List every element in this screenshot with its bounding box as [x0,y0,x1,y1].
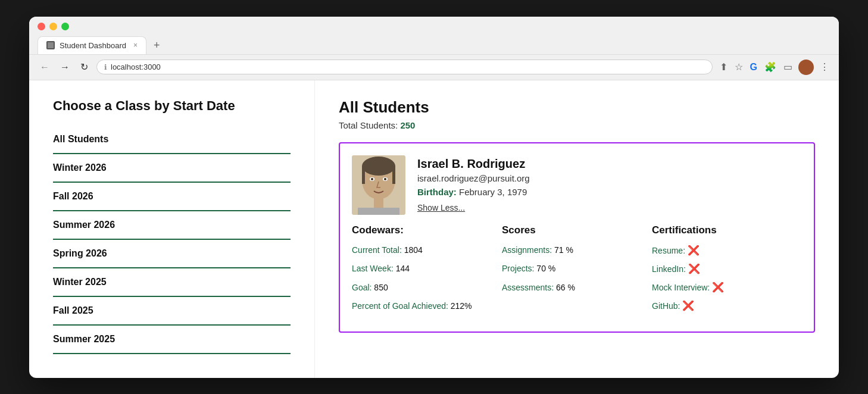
goal-row: Goal: 850 [352,282,502,294]
scores-column: Scores Assignments: 71 % Projects: 70 % … [502,224,652,320]
last-week-row: Last Week: 144 [352,263,502,275]
sidebar-item-summer-2025[interactable]: Summer 2025 [53,326,291,354]
browser-actions: ⬆ ☆ G 🧩 ▭ ⋮ [719,60,830,75]
puzzle-button[interactable]: 🧩 [763,60,778,74]
resume-cert-status: ❌ [688,245,700,255]
linkedin-cert-row: LinkedIn: ❌ [652,263,802,274]
total-students-text: Total Students: 250 [339,120,815,130]
browser-chrome: Student Dashboard × + [29,17,839,55]
sidebar-item-fall-2026[interactable]: Fall 2026 [53,183,291,211]
assessments-value: 66 % [556,283,575,292]
goal-label: Goal: [352,283,371,292]
certifications-column: Certifications Resume: ❌ LinkedIn: ❌ Moc… [652,224,802,320]
sidebar-title: Choose a Class by Start Date [53,98,291,114]
student-header: Israel B. Rodriguez israel.rodriguez@pur… [352,155,802,215]
current-total-row: Current Total: 1804 [352,245,502,257]
share-button[interactable]: ⬆ [719,60,729,74]
main-content: All Students Total Students: 250 [315,80,839,378]
projects-value: 70 % [536,264,555,273]
scores-header: Scores [502,224,652,236]
maximize-traffic-light[interactable] [61,23,69,30]
mock-cert-row: Mock Interview: ❌ [652,282,802,293]
svg-rect-0 [48,42,54,48]
github-cert-status: ❌ [682,301,694,311]
sidebar-item-winter-2026[interactable]: Winter 2026 [53,154,291,183]
extension-g-button[interactable]: G [749,61,758,74]
refresh-button[interactable]: ↻ [78,60,90,74]
birthday-value: February 3, 1979 [459,187,527,197]
tab-favicon [46,41,55,49]
linkedin-cert-label: LinkedIn: [652,264,686,274]
svg-rect-4 [362,166,365,184]
minimize-traffic-light[interactable] [49,23,57,30]
student-email: israel.rodriguez@pursuit.org [417,173,530,183]
tab-close-button[interactable]: × [133,41,138,49]
current-total-label: Current Total: [352,245,402,255]
student-name: Israel B. Rodriguez [417,157,530,171]
github-cert-label: GitHub: [652,301,680,311]
traffic-lights [38,23,830,30]
projects-row: Projects: 70 % [502,263,652,275]
codewars-column: Codewars: Current Total: 1804 Last Week:… [352,224,502,320]
total-label: Total Students: [339,120,398,130]
mock-cert-label: Mock Interview: [652,283,710,292]
forward-button[interactable]: → [58,61,72,74]
mock-cert-status: ❌ [712,282,724,292]
sidebar-item-all-students[interactable]: All Students [53,126,291,154]
sidebar-item-spring-2026[interactable]: Spring 2026 [53,240,291,268]
sidebar: Choose a Class by Start Date All Student… [29,80,315,378]
student-card: Israel B. Rodriguez israel.rodriguez@pur… [339,142,815,333]
birthday-label: Birthday: [417,187,457,197]
close-traffic-light[interactable] [38,23,45,30]
assignments-value: 71 % [554,245,573,255]
projects-label: Projects: [502,264,534,273]
tab-label: Student Dashboard [60,41,126,50]
svg-rect-11 [358,208,399,215]
svg-point-9 [384,178,386,180]
window-button[interactable]: ▭ [782,60,794,74]
active-tab[interactable]: Student Dashboard × [38,36,146,54]
assessments-row: Assessments: 66 % [502,282,652,294]
show-less-link[interactable]: Show Less... [417,203,530,212]
bookmark-button[interactable]: ☆ [733,60,744,74]
linkedin-cert-status: ❌ [688,264,700,274]
lock-icon: ℹ [104,63,107,71]
goal-value: 850 [374,283,388,292]
page-content: Choose a Class by Start Date All Student… [29,80,839,378]
section-title: All Students [339,98,815,117]
svg-point-3 [362,157,395,176]
svg-point-8 [371,178,373,180]
certifications-header: Certifications [652,224,802,236]
total-count: 250 [400,120,415,130]
svg-rect-5 [392,166,395,184]
student-birthday: Birthday: February 3, 1979 [417,187,530,197]
back-button[interactable]: ← [38,61,52,74]
current-total-value: 1804 [404,245,423,255]
percent-label: Percent of Goal Achieved: [352,301,448,311]
assignments-row: Assignments: 71 % [502,245,652,257]
last-week-value: 144 [396,264,410,273]
url-field[interactable]: ℹ localhost:3000 [96,60,713,74]
resume-cert-label: Resume: [652,246,685,255]
url-text: localhost:3000 [111,62,161,71]
last-week-label: Last Week: [352,264,394,273]
sidebar-item-fall-2025[interactable]: Fall 2025 [53,297,291,326]
address-bar: ← → ↻ ℹ localhost:3000 ⬆ ☆ G 🧩 ▭ ⋮ [29,55,839,80]
resume-cert-row: Resume: ❌ [652,245,802,256]
sidebar-item-summer-2026[interactable]: Summer 2026 [53,211,291,240]
assignments-label: Assignments: [502,245,552,255]
stats-grid: Codewars: Current Total: 1804 Last Week:… [352,224,802,320]
more-options-button[interactable]: ⋮ [819,60,830,74]
sidebar-item-winter-2025[interactable]: Winter 2025 [53,268,291,297]
svg-rect-10 [374,198,383,209]
percent-row: Percent of Goal Achieved: 212% [352,301,502,312]
browser-window: Student Dashboard × + ← → ↻ ℹ localhost:… [29,17,839,378]
tabs-bar: Student Dashboard × + [38,36,830,54]
percent-value: 212% [451,301,472,311]
student-info: Israel B. Rodriguez israel.rodriguez@pur… [417,155,530,215]
student-avatar [352,155,405,215]
profile-avatar[interactable] [798,60,814,75]
assessments-label: Assessments: [502,283,554,292]
github-cert-row: GitHub: ❌ [652,300,802,311]
new-tab-button[interactable]: + [149,37,165,54]
